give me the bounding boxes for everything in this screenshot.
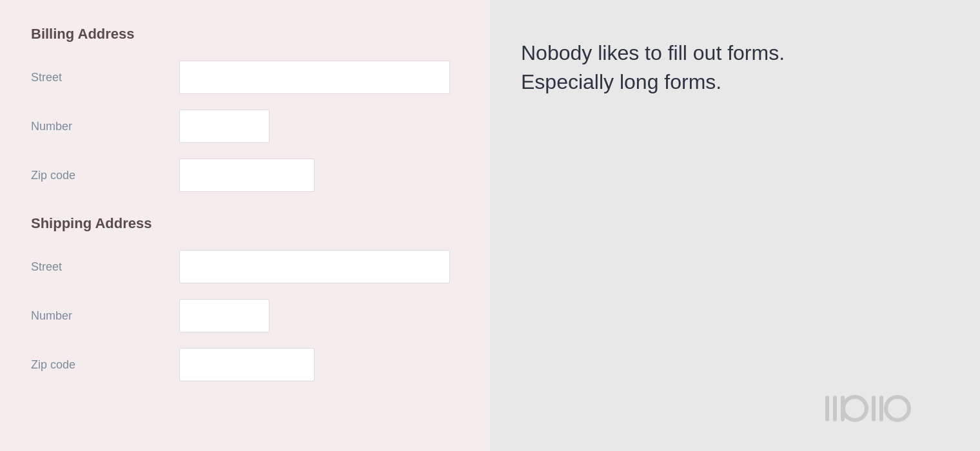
svg-rect-0 [825, 396, 829, 421]
mono-logo-svg [825, 392, 954, 425]
svg-point-3 [843, 397, 867, 420]
svg-rect-4 [872, 396, 876, 421]
shipping-number-label: Number [31, 309, 179, 323]
billing-number-label: Number [31, 120, 179, 133]
billing-address-section: Billing Address Street Number Zip code [31, 26, 459, 192]
shipping-address-section: Shipping Address Street Number Zip code [31, 215, 459, 381]
billing-street-label: Street [31, 71, 179, 84]
tagline: Nobody likes to fill out forms. Especial… [521, 39, 949, 97]
svg-point-6 [886, 397, 909, 420]
right-panel: Nobody likes to fill out forms. Especial… [490, 0, 980, 451]
svg-rect-1 [833, 396, 837, 421]
mono-logo [825, 392, 954, 432]
shipping-zip-input[interactable] [179, 348, 315, 381]
billing-zip-input[interactable] [179, 158, 315, 192]
shipping-zip-label: Zip code [31, 358, 179, 372]
tagline-line1: Nobody likes to fill out forms. [521, 41, 785, 64]
billing-street-row: Street [31, 61, 459, 94]
billing-zip-row: Zip code [31, 158, 459, 192]
left-panel: Billing Address Street Number Zip code S… [0, 0, 490, 451]
billing-zip-label: Zip code [31, 169, 179, 182]
billing-address-title: Billing Address [31, 26, 459, 43]
billing-number-row: Number [31, 110, 459, 143]
shipping-address-title: Shipping Address [31, 215, 459, 232]
shipping-number-row: Number [31, 299, 459, 332]
shipping-street-row: Street [31, 250, 459, 283]
billing-street-input[interactable] [179, 61, 450, 94]
svg-rect-5 [879, 396, 883, 421]
billing-number-input[interactable] [179, 110, 270, 143]
shipping-street-label: Street [31, 260, 179, 274]
shipping-number-input[interactable] [179, 299, 270, 332]
shipping-street-input[interactable] [179, 250, 450, 283]
tagline-line2: Especially long forms. [521, 70, 721, 93]
shipping-zip-row: Zip code [31, 348, 459, 381]
